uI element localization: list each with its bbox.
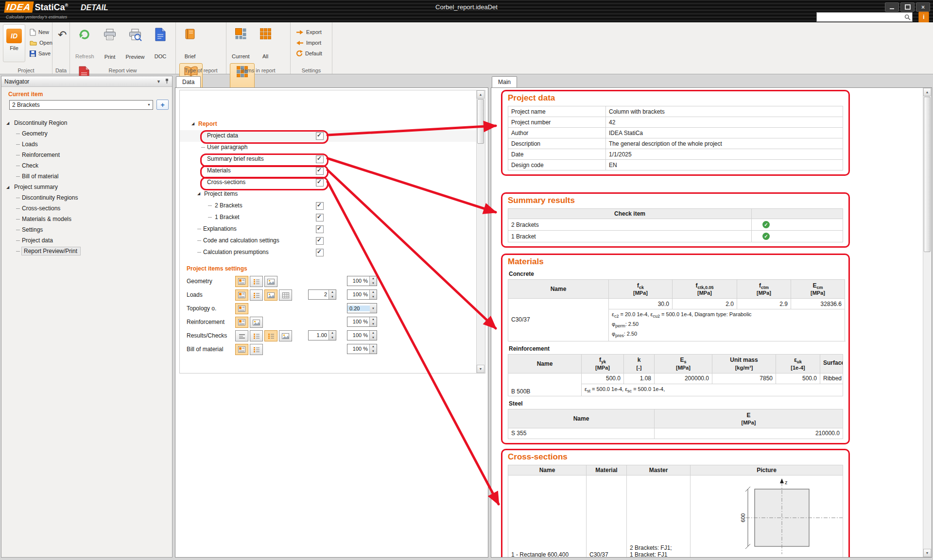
spin-up-icon[interactable]: ▲ xyxy=(370,344,377,349)
loads-scale-spinner[interactable]: 100 %▲▼ xyxy=(347,289,377,300)
doc-export-button[interactable]: DOC xyxy=(150,25,171,61)
tree-item-loads[interactable]: Loads xyxy=(1,139,172,150)
open-button[interactable]: Open xyxy=(27,38,55,48)
spin-up-icon[interactable]: ▲ xyxy=(329,290,336,295)
print-button[interactable]: Print xyxy=(99,26,121,62)
checkbox-calculation-presumptions[interactable]: ✓ xyxy=(316,249,324,256)
topology-ratio-select[interactable]: 0.20 ▼ xyxy=(347,303,377,313)
default-settings-button[interactable]: Default xyxy=(294,49,329,58)
list-toggle[interactable] xyxy=(250,344,263,355)
picture-toggle[interactable] xyxy=(264,289,277,301)
expander-icon[interactable]: ◢ xyxy=(6,185,9,189)
import-settings-button[interactable]: Import xyxy=(294,38,329,48)
spin-down-icon[interactable]: ▼ xyxy=(370,349,377,354)
search-input[interactable] xyxy=(817,14,904,20)
spin-up-icon[interactable]: ▲ xyxy=(370,331,377,336)
items-all-button[interactable]: All xyxy=(255,25,276,61)
refresh-button[interactable]: Refresh xyxy=(73,25,96,61)
report-item-summary-brief-results[interactable]: Summary brief results ✓ xyxy=(180,153,477,165)
preview-scrollbar[interactable]: ▲ ▼ xyxy=(923,88,932,557)
spin-up-icon[interactable]: ▲ xyxy=(329,331,336,336)
lines-toggle[interactable] xyxy=(235,330,248,341)
list-toggle[interactable] xyxy=(250,276,263,287)
checkbox-code-calculation-settings[interactable]: ✓ xyxy=(316,237,324,245)
report-item-calculation-presumptions[interactable]: Calculation presumptions ✓ xyxy=(180,247,477,258)
report-item-explanations[interactable]: Explanations ✓ xyxy=(180,223,477,235)
tree-item-materials-models[interactable]: Materials & models xyxy=(1,214,172,224)
scroll-up-icon[interactable]: ▲ xyxy=(923,88,931,96)
undo-data-button[interactable]: ↶ xyxy=(56,27,69,47)
scroll-up-icon[interactable]: ▲ xyxy=(477,90,484,99)
info-button[interactable]: i xyxy=(918,12,929,23)
checkbox-summary-brief-results[interactable]: ✓ xyxy=(316,155,324,163)
preview-button[interactable]: Preview xyxy=(123,26,146,62)
tree-item-cross-sections[interactable]: Cross-sections xyxy=(1,203,172,214)
report-item-user-paragraph[interactable]: User paragraph xyxy=(180,142,477,153)
items-current-button[interactable]: Current xyxy=(230,25,252,61)
checkbox-project-data[interactable]: ✓ xyxy=(316,132,324,140)
file-button[interactable]: ID File xyxy=(3,24,25,62)
geometry-scale-spinner[interactable]: 100 %▲▼ xyxy=(347,276,377,286)
picture-toggle[interactable] xyxy=(264,276,277,287)
expander-icon[interactable]: ◢ xyxy=(197,191,200,196)
report-item-project-data[interactable]: Project data ✓ xyxy=(180,130,477,142)
list-toggle[interactable] xyxy=(250,289,263,301)
spin-up-icon[interactable]: ▲ xyxy=(370,290,377,295)
scrollbar-thumb[interactable] xyxy=(477,99,484,144)
tab-main[interactable]: Main xyxy=(492,76,517,87)
list-toggle[interactable] xyxy=(250,330,263,341)
minimize-button[interactable] xyxy=(885,2,899,12)
chevron-down-icon[interactable]: ▼ xyxy=(156,79,161,84)
spin-up-icon[interactable]: ▲ xyxy=(370,276,377,281)
checkbox-2-brackets[interactable]: ✓ xyxy=(316,202,324,210)
tree-item-bill-of-material[interactable]: Bill of material xyxy=(1,171,172,182)
report-image-toggle[interactable] xyxy=(235,289,248,301)
report-item-2-brackets[interactable]: 2 Brackets ✓ xyxy=(180,200,477,212)
spin-down-icon[interactable]: ▼ xyxy=(370,281,377,286)
data-scrollbar[interactable]: ▲ ▼ xyxy=(476,90,485,373)
tree-item-discontinuity-regions[interactable]: Discontinuity Regions xyxy=(1,192,172,203)
new-button[interactable]: New xyxy=(27,27,55,37)
results-scale-spinner[interactable]: 100 %▲▼ xyxy=(347,330,377,340)
tree-item-report-preview-print[interactable]: Report Preview/Print xyxy=(1,246,172,256)
scrollbar-thumb[interactable] xyxy=(924,97,931,252)
tree-item-project-data[interactable]: Project data xyxy=(1,235,172,246)
spin-down-icon[interactable]: ▼ xyxy=(370,336,377,340)
report-item-code-calculation-settings[interactable]: Code and calculation settings ✓ xyxy=(180,235,477,247)
spin-down-icon[interactable]: ▼ xyxy=(370,322,377,327)
scroll-down-icon[interactable]: ▼ xyxy=(477,365,484,373)
report-node-project-items[interactable]: ◢ Project items xyxy=(180,188,477,200)
report-image-toggle[interactable] xyxy=(235,344,248,355)
checkbox-1-bracket[interactable]: ✓ xyxy=(316,214,324,221)
spin-down-icon[interactable]: ▼ xyxy=(329,295,336,300)
report-item-materials[interactable]: Materials ✓ xyxy=(180,165,477,177)
loads-count-spinner[interactable]: 2▲▼ xyxy=(308,289,336,300)
tree-item-check[interactable]: Check xyxy=(1,160,172,171)
report-image-toggle[interactable] xyxy=(235,276,248,287)
report-root-row[interactable]: ◢ Report xyxy=(180,119,477,130)
bill-scale-spinner[interactable]: 100 %▲▼ xyxy=(347,344,377,354)
expander-icon[interactable]: ◢ xyxy=(191,121,194,126)
current-item-select[interactable]: 2 Brackets ▼ xyxy=(9,100,153,110)
picture-toggle[interactable] xyxy=(279,330,292,341)
report-item-1-bracket[interactable]: 1 Bracket ✓ xyxy=(180,212,477,223)
tree-item-discontinuity-region[interactable]: ◢ Discontinuity Region xyxy=(1,118,172,128)
brief-report-button[interactable]: Brief xyxy=(179,25,201,61)
checkbox-cross-sections[interactable]: ✓ xyxy=(316,179,324,187)
tree-item-reinforcement[interactable]: Reinforcement xyxy=(1,150,172,160)
tree-item-project-summary[interactable]: ◢ Project summary xyxy=(1,182,172,192)
tree-item-settings[interactable]: Settings xyxy=(1,224,172,235)
scroll-down-icon[interactable]: ▼ xyxy=(923,549,931,557)
spin-down-icon[interactable]: ▼ xyxy=(370,295,377,300)
maximize-button[interactable] xyxy=(900,2,915,12)
search-icon[interactable] xyxy=(904,14,911,20)
report-item-cross-sections[interactable]: Cross-sections ✓ xyxy=(180,177,477,188)
expander-icon[interactable]: ◢ xyxy=(6,121,9,125)
reinforcement-scale-spinner[interactable]: 100 %▲▼ xyxy=(347,317,377,327)
add-item-button[interactable]: + xyxy=(156,100,169,110)
save-button[interactable]: Save xyxy=(27,49,55,58)
pin-icon[interactable] xyxy=(165,78,169,85)
table-toggle[interactable] xyxy=(279,289,292,301)
list-toggle[interactable] xyxy=(264,330,277,341)
picture-toggle[interactable] xyxy=(250,317,263,328)
